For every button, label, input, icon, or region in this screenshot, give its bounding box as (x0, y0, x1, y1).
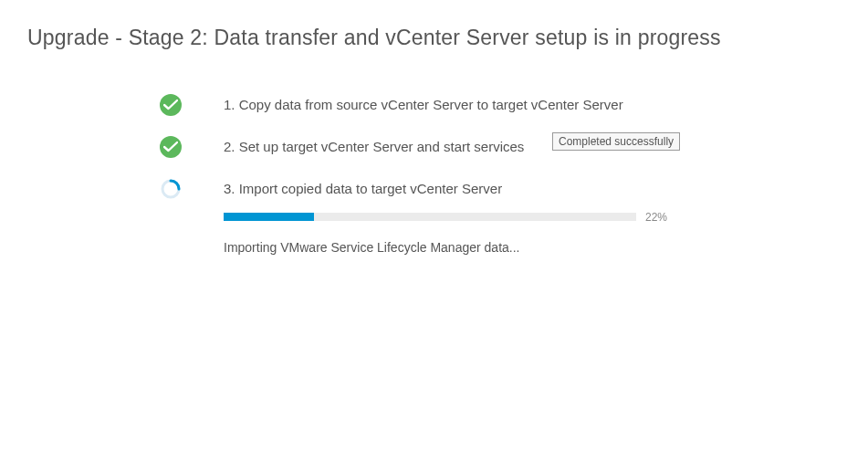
step-row: 3. Import copied data to target vCenter … (160, 178, 841, 257)
spinner-icon (160, 178, 182, 200)
check-icon (160, 136, 182, 158)
upgrade-stage2-page: Upgrade - Stage 2: Data transfer and vCe… (0, 0, 868, 257)
step-icon-column (160, 136, 224, 158)
progress-status-text: Importing VMware Service Lifecycle Manag… (224, 238, 841, 257)
step-label: 3. Import copied data to target vCenter … (224, 178, 841, 200)
step-icon-column (160, 178, 224, 200)
step-icon-column (160, 94, 224, 116)
step-body: 3. Import copied data to target vCenter … (224, 178, 841, 257)
progress-percent-label: 22% (645, 209, 667, 225)
step-row: 1. Copy data from source vCenter Server … (160, 94, 841, 116)
step-label: 1. Copy data from source vCenter Server … (224, 94, 841, 116)
progress-fill (224, 213, 314, 221)
step-label: 2. Set up target vCenter Server and star… (224, 136, 841, 158)
page-title: Upgrade - Stage 2: Data transfer and vCe… (27, 26, 841, 50)
steps-list: 1. Copy data from source vCenter Server … (160, 94, 841, 257)
step-body: 2. Set up target vCenter Server and star… (224, 136, 841, 158)
check-icon (160, 94, 182, 116)
step-row: 2. Set up target vCenter Server and star… (160, 136, 841, 158)
step-body: 1. Copy data from source vCenter Server … (224, 94, 841, 116)
tooltip: Completed successfully (552, 132, 680, 151)
progress-bar: 22% (224, 209, 662, 225)
progress-track (224, 213, 636, 221)
